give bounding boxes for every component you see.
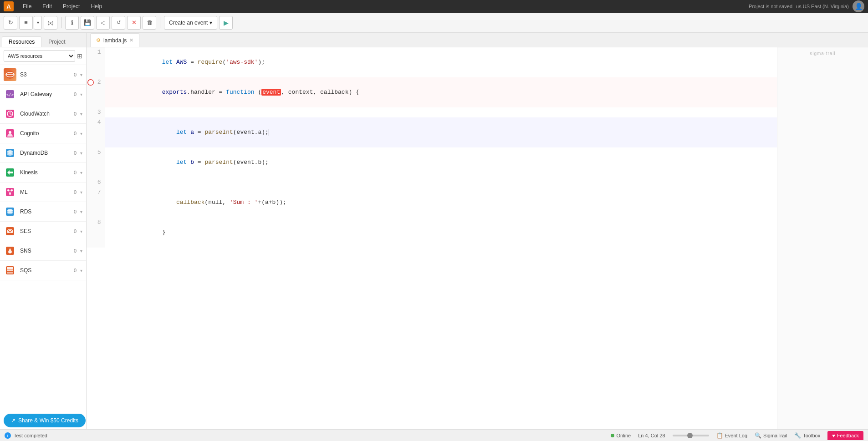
- refresh-button[interactable]: ↻: [4, 16, 17, 30]
- line-content-7: callback(null, 'Sum : '+(a+b));: [105, 188, 777, 218]
- tab-resources[interactable]: Resources: [2, 36, 41, 47]
- zoom-slider[interactable]: [673, 435, 709, 436]
- sidebar-item-api-gateway[interactable]: </> API Gateway 0 ▾: [0, 85, 86, 104]
- sidebar-item-rds[interactable]: RDS 0 ▾: [0, 202, 86, 222]
- feedback-label: Feedback: [837, 433, 859, 438]
- app-logo: A: [4, 1, 14, 11]
- toolbar: ↻ ≡ ▾ (x) ℹ 💾 ◁ ↺ ✕ 🗑 Create an event ▾ …: [0, 13, 868, 33]
- code-line-6: 6: [87, 177, 777, 188]
- code-line-1: 1 let AWS = require('aws-sdk');: [87, 47, 777, 77]
- svg-point-10: [9, 131, 11, 134]
- sidebar-item-kinesis[interactable]: Kinesis 0 ▾: [0, 163, 86, 182]
- rds-icon: [4, 205, 16, 218]
- test-completed-label: Test completed: [14, 433, 47, 438]
- menu-file[interactable]: File: [21, 2, 33, 10]
- menu-project[interactable]: Project: [61, 2, 82, 10]
- cursor-caret: [269, 129, 269, 136]
- code-line-5: 5 let b = parseInt(event.b);: [87, 147, 777, 177]
- toolbox-button[interactable]: 🔧 Toolbox: [794, 432, 820, 439]
- undo-button[interactable]: ◁: [96, 16, 110, 30]
- zoom-thumb[interactable]: [687, 433, 693, 438]
- menu-edit[interactable]: Edit: [41, 2, 54, 10]
- editor-tab-bar: ⚙ lambda.js ✕: [87, 33, 868, 47]
- api-gateway-icon: </>: [4, 88, 16, 101]
- aws-resources-select[interactable]: AWS resources: [4, 50, 75, 62]
- sidebar-filter-icon[interactable]: ⊞: [77, 52, 82, 60]
- event-log-button[interactable]: 📋 Event Log: [716, 432, 748, 439]
- sqs-count: 0: [70, 268, 77, 273]
- line-num-8: 8: [87, 218, 105, 248]
- feedback-button[interactable]: ♥ Feedback: [827, 431, 863, 440]
- file-tab-close-icon[interactable]: ✕: [129, 37, 133, 43]
- feedback-heart-icon: ♥: [832, 433, 835, 438]
- sidebar-item-ml[interactable]: ML 0 ▾: [0, 182, 86, 202]
- sns-icon: [4, 244, 16, 257]
- dynamodb-count: 0: [70, 150, 77, 156]
- rds-label: RDS: [20, 208, 66, 215]
- code-line-4: 4 let a = parseInt(event.a);: [87, 117, 777, 147]
- cognito-label: Cognito: [20, 130, 66, 137]
- svg-rect-34: [7, 269, 13, 271]
- ml-chevron-icon: ▾: [80, 190, 82, 195]
- toolbar-separator-1: [61, 17, 61, 28]
- code-line-8: 8 }: [87, 218, 777, 248]
- align-button[interactable]: ≡: [19, 16, 33, 30]
- align-chevron-button[interactable]: ▾: [34, 16, 42, 30]
- redo-button[interactable]: ↺: [112, 16, 125, 30]
- share-label: Share & Win $50 Credits: [18, 417, 78, 424]
- create-event-button[interactable]: Create an event ▾: [164, 16, 217, 30]
- sigmatrail-button[interactable]: 🔍 SigmaTrail: [755, 432, 787, 439]
- variable-button[interactable]: (x): [44, 16, 57, 30]
- sidebar-item-sqs[interactable]: SQS 0 ▾: [0, 261, 86, 280]
- event-log-icon: 📋: [716, 432, 723, 439]
- sidebar: AWS resources ⊞ S3 0 ▾ </> API Gateway 0…: [0, 47, 87, 429]
- dynamodb-chevron-icon: ▾: [80, 151, 82, 156]
- delete-button[interactable]: 🗑: [143, 16, 156, 30]
- cloudwatch-chevron-icon: ▾: [80, 112, 82, 117]
- sidebar-item-sns[interactable]: SNS 0 ▾: [0, 241, 86, 261]
- toolbar-separator-2: [160, 17, 160, 28]
- close-button[interactable]: ✕: [127, 16, 141, 30]
- ses-chevron-icon: ▾: [80, 229, 82, 234]
- ses-label: SES: [20, 228, 66, 234]
- file-tab-label: lambda.js: [103, 37, 127, 44]
- file-tab-icon: ⚙: [96, 37, 101, 43]
- menu-help[interactable]: Help: [89, 2, 104, 10]
- run-button[interactable]: ▶: [219, 16, 233, 30]
- sidebar-item-cloudwatch[interactable]: CloudWatch 0 ▾: [0, 104, 86, 124]
- code-editor[interactable]: 1 let AWS = require('aws-sdk'); ⬤ 2 expo…: [87, 47, 777, 429]
- create-event-label: Create an event: [169, 20, 208, 26]
- sidebar-item-s3[interactable]: S3 0 ▾: [0, 65, 86, 85]
- region-label: us US East (N. Virginia): [796, 4, 849, 9]
- status-left: i Test completed: [5, 432, 47, 439]
- api-gateway-count: 0: [70, 91, 77, 97]
- info-button[interactable]: ℹ: [65, 16, 79, 30]
- line-num-6: 6: [87, 177, 105, 188]
- cursor-position: Ln 4, Col 28: [638, 433, 665, 438]
- s3-count: 0: [70, 72, 77, 77]
- toolbox-label: Toolbox: [803, 433, 820, 438]
- sidebar-item-ses[interactable]: SES 0 ▾: [0, 222, 86, 241]
- code-container[interactable]: 1 let AWS = require('aws-sdk'); ⬤ 2 expo…: [87, 47, 777, 429]
- editor-right-gutter: sigma·trail: [777, 47, 868, 429]
- code-line-7: 7 callback(null, 'Sum : '+(a+b));: [87, 188, 777, 218]
- api-gateway-label: API Gateway: [20, 91, 66, 97]
- line-num-3: 3: [87, 107, 105, 117]
- sqs-label: SQS: [20, 267, 66, 274]
- sidebar-item-cognito[interactable]: Cognito 0 ▾: [0, 124, 86, 143]
- svg-rect-36: [7, 267, 13, 269]
- svg-rect-35: [7, 272, 13, 274]
- save-button[interactable]: 💾: [81, 16, 94, 30]
- event-log-label: Event Log: [725, 433, 748, 438]
- share-button[interactable]: ↗ Share & Win $50 Credits: [4, 414, 86, 427]
- main-area: AWS resources ⊞ S3 0 ▾ </> API Gateway 0…: [0, 47, 868, 429]
- file-tab-lambda[interactable]: ⚙ lambda.js ✕: [90, 33, 139, 47]
- user-avatar[interactable]: 👤: [853, 0, 864, 12]
- cloudwatch-count: 0: [70, 111, 77, 117]
- tab-project[interactable]: Project: [41, 36, 72, 47]
- line-num-7: 7: [87, 188, 105, 218]
- tab-bar-row: Resources Project ⚙ lambda.js ✕: [0, 33, 868, 47]
- ml-count: 0: [70, 189, 77, 195]
- online-status: Online: [611, 433, 631, 438]
- sidebar-item-dynamodb[interactable]: DynamoDB 0 ▾: [0, 143, 86, 163]
